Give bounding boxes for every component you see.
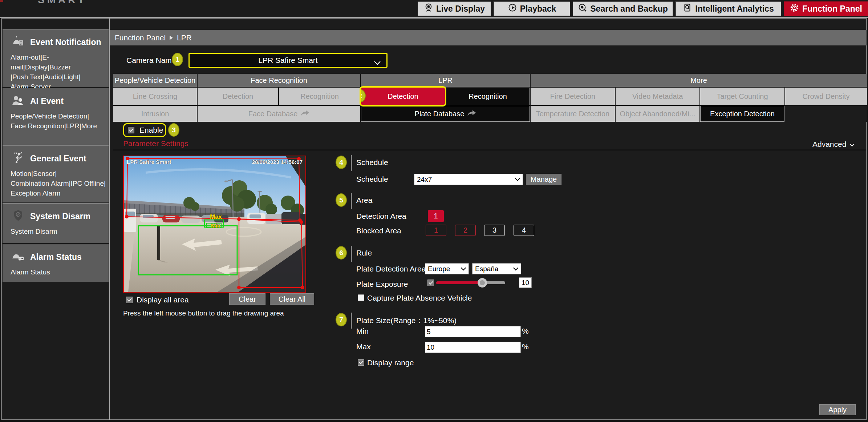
plate-exposure-slider-track[interactable] (436, 281, 505, 284)
sidebar-item-desc-line: Exception Alarm (11, 188, 106, 198)
annotation-badge-5: 5 (336, 193, 347, 207)
sidebar-item-desc-line: Alarm Status (11, 267, 106, 277)
manage-button[interactable]: Manage (526, 174, 561, 185)
nav-search-backup-button[interactable]: Search and Backup (573, 1, 673, 16)
sidebar-item-desc-line: Combination Alarm|IPC Offline| (11, 178, 106, 188)
running-person-icon (11, 152, 25, 166)
people-icon (11, 94, 25, 108)
capture-plate-absence-label: Capture Plate Absence Vehicle (367, 294, 472, 302)
plate-country-select[interactable]: España (472, 263, 521, 274)
tab-temperature-detection: Temperature Detection (531, 106, 615, 122)
blocked-area-label: Blocked Area (356, 226, 401, 235)
disc-search-icon (578, 3, 587, 15)
sidebar-item-ai-event[interactable]: AI Event People/Vehicle Detection| Face … (3, 88, 109, 145)
main-frame: Event Notification Alarm-out|E-mail|Disp… (1, 18, 867, 420)
tab-face-detection: Detection (198, 88, 278, 105)
detection-area-1-button[interactable]: 1 (428, 210, 444, 222)
chevron-down-icon (461, 265, 466, 270)
section-bar (351, 193, 352, 209)
max-plate-size-input[interactable] (425, 342, 521, 353)
play-circle-icon (508, 3, 517, 15)
sidebar-item-desc-line: |Push Text|Audio|Light| (11, 72, 106, 82)
plate-detection-area-label: Plate Detection Area (356, 265, 426, 273)
schedule-section-title: Schedule (356, 158, 388, 167)
enable-highlight-box: Enable (123, 123, 166, 137)
display-range-checkbox[interactable] (358, 359, 364, 366)
min-percent-sign: % (522, 327, 529, 335)
enable-label: Enable (139, 126, 163, 134)
osd-datetime: 28/09/2023 14:56:07 (252, 159, 303, 165)
osd-camera-name: LPR Safire Smart (127, 159, 171, 165)
camera-name-select[interactable]: LPR Safire Smart (188, 53, 388, 68)
sidebar-item-desc-line: People/Vehicle Detection| (11, 111, 106, 121)
sidebar: Event Notification Alarm-out|E-mail|Disp… (2, 19, 110, 419)
plate-region-select[interactable]: Europe (425, 263, 469, 274)
brand-logo: SMART (38, 0, 87, 6)
tab-exception-detection[interactable]: Exception Detection (700, 106, 784, 122)
video-preview-canvas[interactable]: Max Min LPR Safire Smart 28/09/2023 14:5… (123, 156, 306, 293)
nav-function-panel-button[interactable]: Function Panel (784, 1, 868, 16)
sidebar-item-desc-line: Face Recognition|LPR|More (11, 121, 106, 131)
chevron-down-icon (849, 140, 855, 149)
plate-exposure-value-input[interactable] (519, 277, 532, 288)
enable-checkbox[interactable] (128, 127, 134, 133)
breadcrumb-arrow-icon (170, 36, 173, 40)
sidebar-item-general-event[interactable]: General Event Motion|Sensor| Combination… (3, 145, 109, 202)
chevron-down-icon (515, 176, 520, 181)
tab-lpr-recognition[interactable]: Recognition (446, 88, 530, 105)
nav-live-display-button[interactable]: Live Display (418, 1, 491, 16)
tab-line-crossing: Line Crossing (113, 88, 197, 105)
max-label: Max (356, 342, 371, 351)
shield-disarm-icon (11, 209, 25, 224)
capture-plate-absence-checkbox[interactable] (358, 294, 364, 301)
min-plate-size-input[interactable] (425, 326, 521, 337)
blocked-area-3-button[interactable]: 3 (484, 225, 505, 236)
tab-video-metadata: Video Metadata (616, 88, 699, 105)
tab-object-abandoned: Object Abandoned/Mi... (616, 106, 699, 122)
sidebar-item-title: System Disarm (30, 212, 90, 221)
blocked-area-4-button[interactable]: 4 (514, 225, 534, 236)
tab-plate-database[interactable]: Plate Database (361, 106, 530, 122)
nav-playback-button[interactable]: Playback (494, 1, 570, 16)
display-all-area-checkbox[interactable] (126, 297, 133, 303)
sidebar-item-desc-line: System Disarm (11, 226, 106, 236)
tab-target-counting: Target Counting (700, 88, 784, 105)
sidebar-item-title: General Event (30, 154, 86, 164)
tab-lpr-detection-active[interactable]: 2 Detection (361, 88, 445, 105)
schedule-row-label: Schedule (356, 175, 388, 184)
top-nav-bar: SMART Live Display Playback Search and B… (0, 0, 868, 17)
share-arrow-icon (467, 110, 476, 118)
sidebar-item-title: Alarm Status (30, 252, 82, 262)
blocked-area-1-button[interactable]: 1 (426, 225, 446, 236)
plate-exposure-slider-thumb[interactable] (478, 278, 487, 288)
tab-crowd-density: Crowd Density (785, 88, 867, 105)
tab-group-people-vehicle: People/Vehicle Detection (113, 74, 197, 87)
drawing-hint-text: Press the left mouse button to drag the … (123, 309, 284, 317)
schedule-select[interactable]: 24x7 (414, 174, 523, 185)
annotation-badge-6: 6 (336, 246, 347, 260)
sidebar-item-desc-line: Alarm-out|E-mail|Display|Buzzer (11, 52, 106, 72)
sidebar-item-system-disarm[interactable]: System Disarm System Disarm (3, 203, 109, 243)
webcam-icon (424, 3, 433, 15)
lpr-function-panel: SMART Live Display Playback Search and B… (0, 0, 868, 422)
plate-size-section-title: Plate Size(Range：1%~50%) (356, 316, 457, 326)
corner-mark (0, 0, 3, 2)
siren-status-icon (11, 250, 25, 264)
min-label: Min (211, 222, 220, 229)
plate-exposure-label: Plate Exposure (356, 280, 408, 289)
document-magnifier-icon (683, 3, 692, 15)
plate-exposure-checkbox[interactable] (427, 280, 434, 286)
advanced-toggle[interactable]: Advanced (812, 140, 855, 149)
breadcrumb-root[interactable]: Function Panel (115, 33, 166, 42)
clear-button[interactable]: Clear (229, 293, 265, 305)
nav-intelligent-analytics-button[interactable]: Intelligent Analytics (676, 1, 781, 16)
clear-all-button[interactable]: Clear All (270, 293, 314, 305)
blocked-area-2-button[interactable]: 2 (455, 225, 476, 236)
sidebar-item-alarm-status[interactable]: Alarm Status Alarm Status (3, 244, 109, 282)
apply-button[interactable]: Apply (819, 404, 856, 415)
sidebar-item-event-notification[interactable]: Event Notification Alarm-out|E-mail|Disp… (3, 29, 109, 87)
tab-group-face-recognition: Face Recognition (198, 74, 360, 87)
sidebar-item-title: Event Notification (30, 37, 101, 47)
tab-group-lpr: LPR (361, 74, 530, 87)
annotation-badge-1: 1 (172, 53, 183, 66)
